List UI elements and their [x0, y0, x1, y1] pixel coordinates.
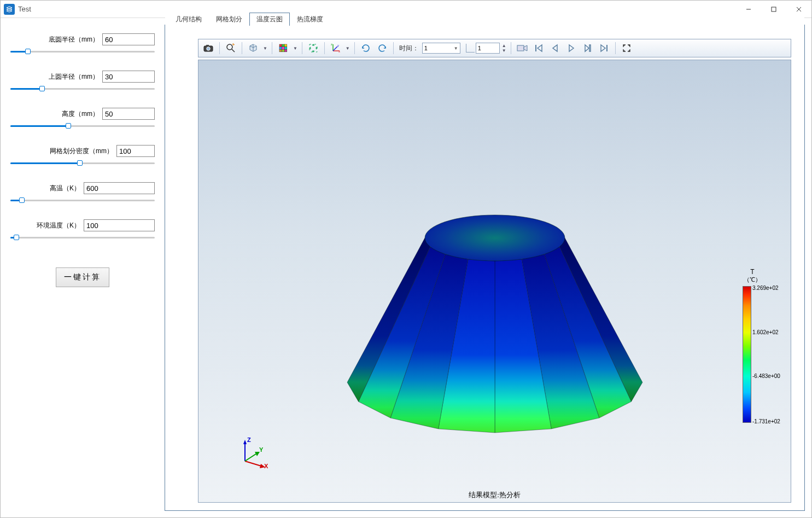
viewport-toolbar: ▼ ▼ zxy ▼ — [198, 39, 791, 57]
svg-marker-31 — [243, 440, 247, 444]
param-label-env_temp: 环境温度（K） — [37, 221, 80, 230]
svg-rect-1 — [772, 7, 776, 11]
param-slider-env_temp[interactable] — [10, 234, 155, 241]
tabs: 几何结构网格划分温度云图热流梯度 — [165, 12, 804, 25]
viewport-3d[interactable]: Z X Y T （℃） 3.269e+021.602e+02-6.483e+00… — [198, 60, 791, 503]
legend-tick: -1.731e+02 — [752, 418, 780, 424]
svg-text:x: x — [338, 50, 340, 53]
tab-2[interactable]: 温度云图 — [249, 13, 290, 26]
rotate-cw-button[interactable] — [358, 41, 373, 55]
color-legend: T （℃） 3.269e+021.602e+02-6.483e+00-1.731… — [725, 268, 780, 423]
param-slider-mesh_density[interactable] — [10, 159, 155, 167]
svg-point-29 — [425, 215, 565, 261]
svg-rect-26 — [535, 45, 536, 51]
svg-rect-15 — [279, 49, 282, 52]
axis-triad: Z X Y — [237, 436, 270, 469]
colormap-button[interactable] — [276, 41, 291, 55]
param-label-top_radius: 上圆半径（mm） — [49, 72, 99, 82]
play-button[interactable] — [564, 41, 579, 55]
model-render — [342, 196, 648, 437]
svg-line-8 — [232, 49, 235, 52]
legend-colorbar — [743, 286, 751, 423]
axes-dropdown[interactable]: ▼ — [344, 46, 351, 51]
svg-text:Z: Z — [247, 436, 251, 443]
legend-title: T — [725, 268, 780, 276]
param-input-top_radius[interactable] — [102, 71, 155, 83]
rotate-ccw-button[interactable] — [375, 41, 390, 55]
svg-rect-13 — [282, 47, 285, 50]
svg-rect-17 — [284, 49, 287, 52]
legend-tick: -6.483e+00 — [752, 373, 780, 379]
param-input-height[interactable] — [102, 108, 155, 120]
param-input-mesh_density[interactable] — [116, 145, 155, 157]
isometric-dropdown[interactable]: ▼ — [262, 46, 268, 51]
param-slider-bottom_radius[interactable] — [10, 48, 155, 55]
first-frame-button[interactable] — [531, 41, 546, 55]
param-slider-top_radius[interactable] — [10, 85, 155, 92]
svg-rect-28 — [606, 45, 607, 51]
param-label-high_temp: 高温（K） — [50, 184, 80, 193]
tab-1[interactable]: 网格划分 — [209, 13, 249, 26]
svg-rect-10 — [282, 44, 285, 47]
svg-rect-12 — [279, 47, 282, 50]
time-label: 时间： — [399, 44, 419, 53]
param-label-mesh_density: 网格划分密度（mm） — [50, 147, 113, 156]
svg-rect-5 — [206, 45, 209, 46]
svg-text:y: y — [337, 44, 339, 47]
parameter-panel: 底圆半径（mm） 上圆半径（mm） 高度（mm） 网格划分密度（mm） 高温（K — [1, 18, 165, 517]
tab-0[interactable]: 几何结构 — [168, 13, 209, 26]
viewport-caption: 结果模型:热分析 — [469, 490, 521, 500]
legend-tick: 1.602e+02 — [752, 329, 779, 335]
legend-unit: （℃） — [725, 276, 780, 284]
svg-rect-16 — [282, 49, 285, 52]
time-select[interactable]: 1▼ — [422, 43, 460, 54]
zoom-button[interactable] — [223, 41, 238, 55]
svg-rect-9 — [279, 44, 282, 47]
tab-3[interactable]: 热流梯度 — [290, 13, 330, 26]
svg-point-6 — [207, 47, 210, 50]
last-frame-button[interactable] — [597, 41, 612, 55]
frame-input[interactable] — [476, 43, 500, 54]
legend-tick: 3.269e+02 — [752, 285, 779, 291]
param-slider-height[interactable] — [10, 122, 155, 130]
param-input-high_temp[interactable] — [84, 182, 155, 194]
axes-toggle-button[interactable]: zxy — [328, 41, 343, 55]
snapshot-button[interactable] — [201, 41, 216, 55]
right-area: 几何结构网格划分温度云图热流梯度 ▼ — [165, 25, 805, 511]
calculate-button[interactable]: 一键计算 — [56, 267, 109, 287]
svg-text:z: z — [331, 43, 332, 46]
isometric-button[interactable] — [246, 41, 261, 55]
app-icon — [4, 4, 15, 15]
svg-text:Y: Y — [259, 446, 264, 453]
prev-frame-button[interactable] — [547, 41, 563, 55]
svg-line-34 — [245, 453, 258, 461]
param-label-bottom_radius: 底圆半径（mm） — [49, 35, 99, 44]
svg-line-21 — [333, 46, 337, 51]
svg-text:X: X — [264, 463, 268, 469]
svg-line-32 — [245, 461, 263, 467]
camera-button[interactable] — [515, 41, 530, 55]
svg-rect-25 — [517, 45, 524, 51]
svg-rect-27 — [589, 45, 591, 51]
param-slider-high_temp[interactable] — [10, 196, 155, 204]
param-input-bottom_radius[interactable] — [102, 33, 155, 45]
svg-rect-11 — [284, 44, 287, 47]
next-frame-button[interactable] — [580, 41, 595, 55]
fit-view-button[interactable] — [306, 41, 321, 55]
svg-point-7 — [227, 44, 232, 50]
svg-rect-14 — [284, 47, 287, 50]
frame-stepper[interactable]: ▲▼ — [501, 43, 507, 53]
window-title: Test — [18, 5, 31, 13]
param-input-env_temp[interactable] — [84, 219, 155, 231]
expand-button[interactable] — [619, 41, 634, 55]
angle-icon — [466, 44, 475, 53]
param-label-height: 高度（mm） — [62, 109, 99, 119]
colormap-dropdown[interactable]: ▼ — [292, 46, 299, 51]
